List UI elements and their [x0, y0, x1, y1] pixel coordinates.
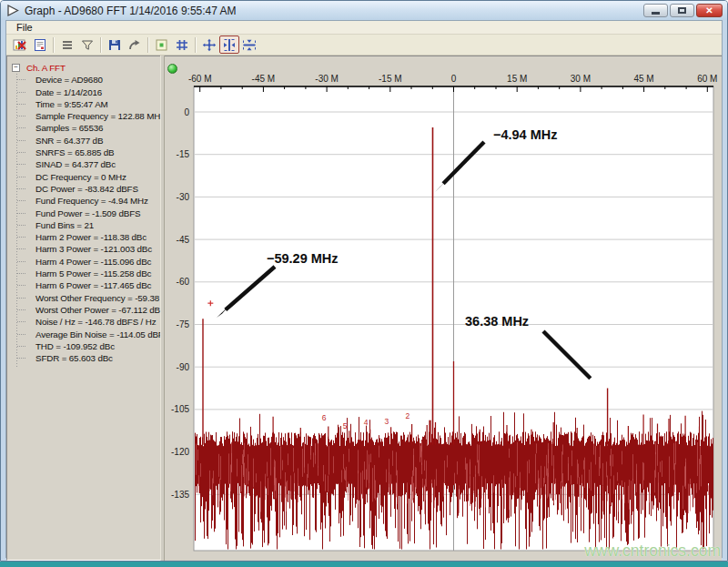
- tree-item[interactable]: Noise / Hz = -146.78 dBFS / Hz: [7, 316, 160, 328]
- tree-item[interactable]: Samples = 65536: [7, 122, 160, 134]
- measurements-panel: − Ch. A FFT Device = AD9680Date = 1/14/2…: [6, 56, 160, 561]
- svg-text:-105: -105: [171, 404, 189, 414]
- tree-item[interactable]: Fund Bins = 21: [7, 219, 160, 231]
- run-arrow-icon: [6, 4, 20, 17]
- bottom-accent-strip: [0, 562, 728, 567]
- minimize-button[interactable]: [643, 4, 668, 17]
- watermark: www.cntronics.com: [584, 542, 721, 561]
- toolbar-separator: [195, 37, 197, 53]
- toolbar-button-export-icon[interactable]: [125, 35, 145, 54]
- tree-item[interactable]: Device = AD9680: [7, 74, 160, 86]
- svg-text:-90: -90: [177, 362, 190, 372]
- svg-text:30 M: 30 M: [571, 74, 591, 84]
- tree-item[interactable]: Fund Frequency = -4.94 MHz: [7, 195, 160, 207]
- window-title: Graph - AD9680 FFT 1/14/2016 9:55:47 AM: [25, 5, 237, 17]
- toolbar-button-report-icon[interactable]: [30, 35, 50, 54]
- svg-text:3: 3: [385, 417, 389, 426]
- svg-text:60 M: 60 M: [697, 74, 717, 84]
- toolbar-button-center-icon[interactable]: [199, 35, 219, 54]
- svg-text:4: 4: [364, 418, 369, 427]
- svg-text:-30 M: -30 M: [315, 74, 339, 84]
- tree-item[interactable]: Harm 2 Power = -118.38 dBc: [7, 231, 160, 243]
- close-icon: ✕: [705, 5, 713, 15]
- svg-text:36.38 MHz: 36.38 MHz: [465, 314, 529, 329]
- tree-item[interactable]: Date = 1/14/2016: [7, 86, 160, 98]
- toolbar-button-split-vertical-icon[interactable]: [219, 35, 239, 54]
- svg-text:-30: -30: [177, 192, 190, 202]
- svg-text:-75: -75: [177, 319, 190, 329]
- tree-item[interactable]: Average Bin Noise = -114.05 dBFS: [7, 329, 160, 340]
- svg-text:-45 M: -45 M: [252, 74, 276, 84]
- tree-item[interactable]: Worst Other Frequency = -59.38 MHz: [7, 292, 160, 304]
- close-button[interactable]: ✕: [696, 4, 723, 17]
- tree-items: Device = AD9680Date = 1/14/2016Time = 9:…: [7, 74, 160, 364]
- tree-root-label: Ch. A FFT: [26, 63, 66, 73]
- tree-item[interactable]: DC Power = -83.842 dBFS: [7, 183, 160, 195]
- tree-item[interactable]: DC Frequency = 0 MHz: [7, 171, 160, 183]
- svg-text:45 M: 45 M: [633, 74, 653, 84]
- collapse-icon[interactable]: −: [12, 64, 20, 72]
- svg-text:0: 0: [451, 74, 457, 84]
- toolbar-button-split-horizontal-icon[interactable]: [239, 35, 259, 54]
- tree-item[interactable]: SFDR = 65.603 dBc: [7, 352, 160, 364]
- toolbar-button-graph-close-icon[interactable]: [10, 35, 30, 54]
- tree-item[interactable]: THD = -109.952 dBc: [7, 340, 160, 352]
- toolbar-button-filter-icon[interactable]: [77, 35, 97, 54]
- toolbar: [6, 35, 722, 56]
- svg-text:−59.29 MHz: −59.29 MHz: [267, 251, 339, 266]
- toolbar-button-save-icon[interactable]: [105, 35, 125, 54]
- svg-text:-15: -15: [177, 149, 190, 159]
- maximize-icon: [678, 7, 686, 14]
- minimize-icon: [652, 12, 660, 15]
- plot-panel: -60 M-45 M-30 M-15 M015 M30 M45 M60 M0-1…: [165, 56, 722, 561]
- tree-item[interactable]: Harm 5 Power = -115.258 dBc: [7, 268, 160, 279]
- menu-file[interactable]: File: [13, 22, 36, 33]
- tree-item[interactable]: Harm 6 Power = -117.465 dBc: [7, 279, 160, 291]
- app-window: Graph - AD9680 FFT 1/14/2016 9:55:47 AM …: [0, 0, 728, 562]
- maximize-button[interactable]: [670, 4, 694, 17]
- svg-text:-45: -45: [177, 235, 190, 245]
- toolbar-button-marker-icon[interactable]: [152, 35, 172, 54]
- tree-item[interactable]: Sample Frequency = 122.88 MHz: [7, 110, 160, 122]
- tree-item[interactable]: SNRFS = 65.885 dB: [7, 147, 160, 158]
- toolbar-button-grid-icon[interactable]: [172, 35, 192, 54]
- tree-item[interactable]: Fund Power = -1.509 dBFS: [7, 208, 160, 219]
- tree-item[interactable]: Time = 9:55:47 AM: [7, 98, 160, 110]
- tree-item[interactable]: Harm 4 Power = -115.096 dBc: [7, 256, 160, 268]
- svg-text:2: 2: [406, 411, 410, 420]
- menu-bar: File: [6, 21, 722, 35]
- title-bar[interactable]: Graph - AD9680 FFT 1/14/2016 9:55:47 AM …: [1, 1, 727, 20]
- tree-item[interactable]: Harm 3 Power = -121.003 dBc: [7, 243, 160, 255]
- status-led: [167, 64, 177, 74]
- toolbar-separator: [147, 37, 149, 53]
- svg-text:5: 5: [343, 421, 348, 430]
- svg-text:15 M: 15 M: [507, 74, 527, 84]
- svg-text:0: 0: [184, 107, 189, 117]
- measurement-tree: − Ch. A FFT Device = AD9680Date = 1/14/2…: [7, 56, 160, 364]
- svg-text:-120: -120: [171, 447, 189, 457]
- svg-text:−4.94 MHz: −4.94 MHz: [493, 127, 558, 142]
- toolbar-separator: [100, 37, 102, 53]
- tree-item[interactable]: SINAD = 64.377 dBc: [7, 158, 160, 170]
- fft-chart[interactable]: -60 M-45 M-30 M-15 M015 M30 M45 M60 M0-1…: [165, 56, 722, 562]
- svg-text:-135: -135: [171, 490, 189, 500]
- svg-text:-15 M: -15 M: [379, 74, 402, 84]
- toolbar-button-list-icon[interactable]: [57, 35, 77, 54]
- toolbar-separator: [53, 37, 55, 53]
- svg-text:-60 M: -60 M: [188, 74, 212, 84]
- svg-text:6: 6: [322, 413, 327, 422]
- tree-root-channel-a-fft[interactable]: − Ch. A FFT: [7, 62, 160, 74]
- tree-item[interactable]: Worst Other Power = -67.112 dBFS: [7, 304, 160, 316]
- svg-text:-60: -60: [177, 277, 190, 287]
- tree-item[interactable]: SNR = 64.377 dB: [7, 135, 160, 147]
